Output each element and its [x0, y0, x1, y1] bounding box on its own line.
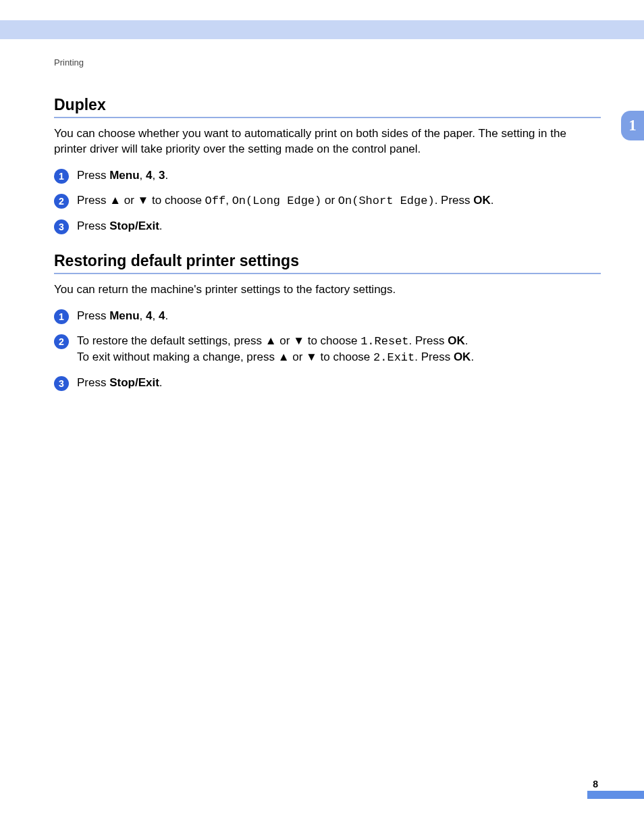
option-long-edge: On(Long Edge) — [232, 194, 322, 207]
step-text: Press Stop/Exit. — [77, 375, 163, 391]
step-badge: 3 — [54, 376, 69, 391]
option-off: Off — [205, 194, 226, 207]
text: . — [165, 309, 168, 322]
bottom-accent-bar — [587, 791, 644, 799]
menu-label: Menu — [109, 169, 139, 182]
text: , — [140, 169, 146, 182]
step-text: To restore the default settings, press ▲… — [77, 334, 474, 366]
step-text: Press Menu, 4, 4. — [77, 309, 168, 324]
step-badge: 1 — [54, 309, 69, 324]
breadcrumb: Printing — [54, 57, 601, 68]
ok-label: OK — [454, 350, 471, 363]
text: To exit without making a change, press ▲… — [77, 350, 373, 363]
text: . Press — [435, 194, 474, 207]
section-title-duplex: Duplex — [54, 96, 601, 114]
step-text: Press Stop/Exit. — [77, 219, 163, 234]
page-number: 8 — [593, 779, 598, 789]
text: Press — [77, 376, 109, 389]
duplex-step-3: 3 Press Stop/Exit. — [54, 219, 601, 234]
chapter-tab: 1 — [621, 111, 644, 140]
restore-intro: You can return the machine's printer set… — [54, 282, 601, 298]
text: , — [153, 169, 159, 182]
section-title-restore: Restoring default printer settings — [54, 252, 601, 270]
restore-step-2: 2 To restore the default settings, press… — [54, 334, 601, 366]
text: . — [159, 376, 163, 389]
text: , — [140, 309, 146, 322]
text: Press — [77, 309, 109, 322]
chapter-number: 1 — [628, 117, 637, 134]
value: 4 — [146, 309, 152, 322]
step-badge: 1 — [54, 169, 69, 184]
section-restore: Restoring default printer settings You c… — [54, 252, 601, 391]
restore-step-1: 1 Press Menu, 4, 4. — [54, 309, 601, 324]
step-text: Press Menu, 4, 3. — [77, 168, 168, 184]
option-reset: 1.Reset — [360, 335, 408, 348]
step-text: Press ▲ or ▼ to choose Off, On(Long Edge… — [77, 193, 494, 209]
ok-label: OK — [473, 194, 491, 207]
value: 3 — [159, 169, 165, 182]
restore-step-3: 3 Press Stop/Exit. — [54, 375, 601, 391]
text: . Press — [414, 350, 454, 363]
section-rule — [54, 117, 601, 118]
text: Press ▲ or ▼ to choose — [77, 194, 205, 207]
text: . Press — [409, 334, 448, 347]
page-content: Printing Duplex You can choose whether y… — [54, 57, 601, 400]
option-short-edge: On(Short Edge) — [338, 194, 435, 207]
top-header-band — [0, 20, 644, 39]
text: Press — [77, 169, 109, 182]
option-exit: 2.Exit — [373, 351, 414, 364]
text: . — [471, 350, 474, 363]
text: . — [159, 219, 163, 232]
text: , — [225, 194, 232, 207]
text: To restore the default settings, press ▲… — [77, 334, 360, 347]
text: , — [153, 309, 159, 322]
text: Press — [77, 219, 109, 232]
text: . — [165, 169, 168, 182]
step-badge: 2 — [54, 334, 69, 349]
duplex-step-1: 1 Press Menu, 4, 3. — [54, 168, 601, 184]
text: . — [491, 194, 494, 207]
text: . — [465, 334, 468, 347]
step-badge: 3 — [54, 219, 69, 234]
section-rule — [54, 273, 601, 274]
text: or — [321, 194, 338, 207]
ok-label: OK — [448, 334, 465, 347]
stop-exit-label: Stop/Exit — [109, 219, 159, 232]
duplex-step-2: 2 Press ▲ or ▼ to choose Off, On(Long Ed… — [54, 193, 601, 209]
stop-exit-label: Stop/Exit — [109, 376, 159, 389]
duplex-intro: You can choose whether you want to autom… — [54, 126, 601, 157]
step-badge: 2 — [54, 194, 69, 209]
value: 4 — [159, 309, 165, 322]
value: 4 — [146, 169, 152, 182]
menu-label: Menu — [109, 309, 139, 322]
